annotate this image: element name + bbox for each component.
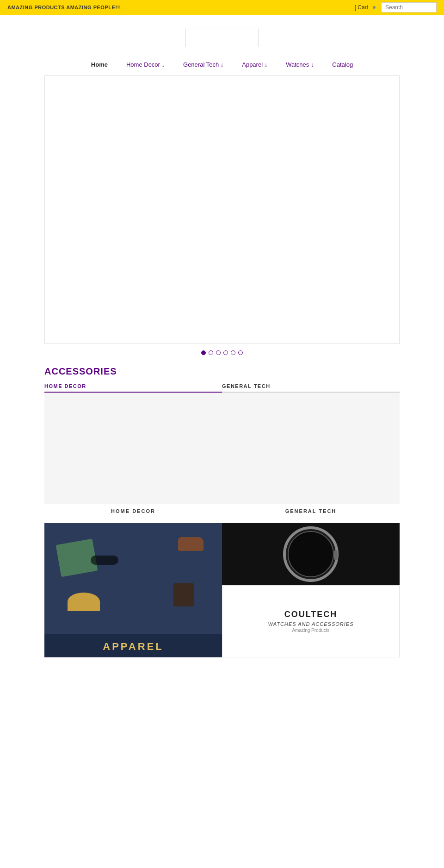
slider-dot-2[interactable]: [209, 350, 213, 355]
watch-crown: [334, 550, 338, 560]
slider-dot-3[interactable]: [216, 350, 221, 355]
watch-circle: [283, 526, 339, 582]
cart-link[interactable]: [ Cart: [355, 4, 368, 11]
apparel-product[interactable]: APPAREL: [44, 523, 222, 657]
product-row: [0, 393, 444, 504]
category-labels: HOME DECOR GENERAL TECH: [0, 504, 444, 518]
product-card-right: [222, 393, 400, 504]
nav-item-home-decor[interactable]: Home Decor ↓: [126, 61, 165, 68]
slider-dot-6[interactable]: [238, 350, 243, 355]
slider-dots: [0, 344, 444, 362]
slider-dot-1[interactable]: [201, 350, 206, 355]
coultech-box: COULTECH WATCHES AND ACCESSORIES Amazing…: [222, 585, 400, 657]
category-tabs: HOME DECOR GENERAL TECH: [44, 383, 400, 393]
search-input[interactable]: [381, 2, 437, 12]
nav-item-apparel[interactable]: Apparel ↓: [242, 61, 267, 68]
tab-home-decor[interactable]: HOME DECOR: [44, 383, 222, 393]
logo[interactable]: [185, 29, 259, 47]
tab-general-tech[interactable]: GENERAL TECH: [222, 383, 400, 393]
tech-product[interactable]: COULTECH WATCHES AND ACCESSORIES Amazing…: [222, 523, 400, 657]
coultech-brand: COULTECH: [284, 610, 338, 619]
watch-illustration: [222, 523, 400, 585]
bottom-products: APPAREL COULTECH WATCHES AND ACCESSORIES…: [0, 518, 444, 657]
shoes-item: [178, 537, 204, 551]
nav-item-home[interactable]: Home: [91, 61, 108, 68]
tagline: AMAZING PRODUCTS AMAZING PEOPLE!!!: [7, 5, 121, 10]
search-dot-icon: [373, 6, 376, 9]
bag-item: [173, 583, 194, 606]
top-bar: AMAZING PRODUCTS AMAZING PEOPLE!!! [ Car…: [0, 0, 444, 15]
nav-item-catalog[interactable]: Catalog: [332, 61, 353, 68]
clothing-items: [44, 523, 222, 639]
slider-dot-4[interactable]: [223, 350, 228, 355]
apparel-label: APPAREL: [44, 634, 222, 657]
main-nav: Home Home Decor ↓ General Tech ↓ Apparel…: [0, 52, 444, 75]
slider-dot-5[interactable]: [231, 350, 235, 355]
logo-area: [0, 15, 444, 52]
watch-image: [222, 523, 400, 585]
product-card-left: [44, 393, 222, 504]
nav-item-general-tech[interactable]: General Tech ↓: [183, 61, 223, 68]
sunglass-item: [91, 556, 118, 565]
hero-slider: [44, 75, 400, 344]
category-label-home-decor: HOME DECOR: [44, 508, 222, 514]
accessories-title: ACCESSORIES: [44, 366, 400, 377]
category-label-general-tech: GENERAL TECH: [222, 508, 400, 514]
coultech-subtitle: WATCHES AND ACCESSORIES: [268, 621, 354, 627]
top-bar-right: [ Cart: [355, 2, 437, 12]
watch-face: [288, 531, 334, 577]
nav-item-watches[interactable]: Watches ↓: [286, 61, 314, 68]
hat-item: [68, 593, 100, 611]
accessories-section: ACCESSORIES HOME DECOR GENERAL TECH: [0, 362, 444, 393]
coultech-description: Amazing Products: [292, 628, 329, 633]
